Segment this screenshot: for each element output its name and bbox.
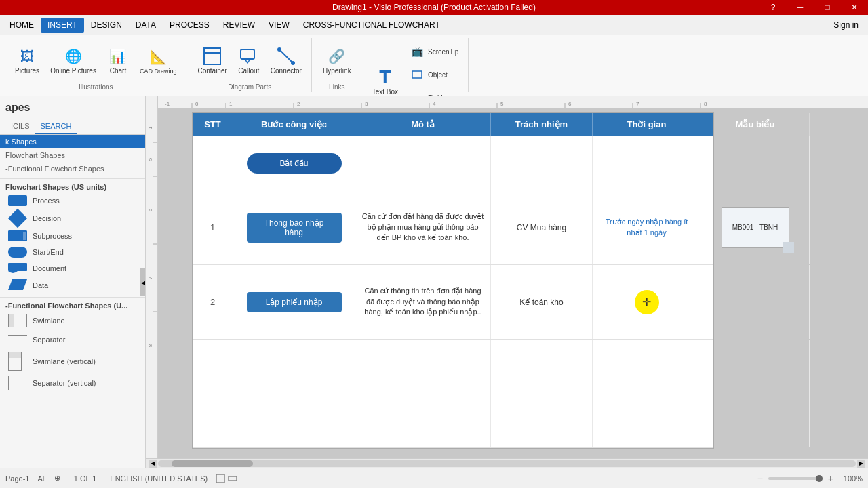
row2-stt: 2 [193, 265, 233, 339]
swimlane-icon [8, 314, 27, 327]
object-button[interactable]: Object [405, 64, 462, 85]
flowchart-row-0: Bắt đầu [193, 136, 713, 190]
page-view-icon[interactable] [216, 474, 225, 483]
shape-separator[interactable]: Separator [0, 330, 145, 349]
connector-icon [275, 45, 297, 67]
flowchart-us-header: Flowchart Shapes (US units) [0, 178, 145, 192]
hyperlink-button[interactable]: 🔗 Hyperlink [319, 43, 355, 77]
svg-rect-2 [241, 49, 254, 59]
screentip-button[interactable]: 📺 ScreenTip [405, 41, 462, 62]
scroll-left-button[interactable]: ◀ [149, 460, 157, 468]
callout-button[interactable]: Callout [234, 43, 264, 77]
maximize-button[interactable]: □ [814, 0, 841, 15]
shape-swimlane[interactable]: Swimlane [0, 311, 145, 330]
minimize-button[interactable]: ─ [787, 0, 814, 15]
help-button[interactable]: ? [760, 0, 787, 15]
callout-icon [238, 45, 260, 67]
svg-text:8: 8 [147, 344, 153, 347]
menu-data[interactable]: DATA [129, 18, 163, 33]
flowchart-table: STT Bước công việc Mô tả Trách nhiệm Thờ… [192, 112, 714, 449]
canvas[interactable]: STT Bước công việc Mô tả Trách nhiệm Thờ… [158, 108, 868, 458]
empty-time [593, 340, 701, 447]
sidebar-tab-icils[interactable]: ICILS [5, 119, 35, 134]
row2-resp: Kế toán kho [491, 265, 593, 339]
empty-sample [701, 340, 810, 447]
lapphineu-button[interactable]: Lập phiếu nhập [247, 292, 342, 312]
container-button[interactable]: Container [193, 43, 231, 77]
field-button[interactable]: ≡ Field [405, 87, 462, 96]
header-mau-bieu: Mẫu biểu [701, 113, 810, 136]
process-icon [8, 195, 27, 206]
shape-process[interactable]: Process [0, 192, 145, 209]
chart-button[interactable]: 📊 Chart [103, 43, 133, 77]
title-bar: Drawing1 - Visio Professional (Product A… [0, 0, 868, 15]
ruler-left: -1 5 6 7 8 [146, 108, 158, 458]
close-button[interactable]: ✕ [841, 0, 868, 15]
sign-in-button[interactable]: Sign in [827, 18, 865, 33]
chart-icon: 📊 [107, 45, 129, 67]
pictures-button[interactable]: 🖼 Pictures [11, 43, 43, 77]
cad-drawing-button[interactable]: 📐 CAD Drawing [136, 43, 181, 77]
illustrations-label: Illustrations [77, 82, 115, 92]
sidebar-tab-search[interactable]: SEARCH [35, 119, 77, 134]
svg-line-4 [279, 49, 293, 63]
sidebar-collapse-button[interactable]: ◀ [140, 268, 146, 296]
menu-home[interactable]: HOME [3, 18, 41, 33]
shape-decision[interactable]: Decision [0, 209, 145, 228]
menu-review[interactable]: REVIEW [216, 18, 262, 33]
svg-text:6: 6 [568, 101, 572, 107]
startend-icon [8, 247, 27, 258]
sidebar-title: apes [0, 96, 145, 119]
cursor-indicator: ✛ [635, 290, 659, 314]
menu-view[interactable]: VIEW [262, 18, 296, 33]
row1-stt: 1 [193, 190, 233, 264]
flowchart-header: STT Bước công việc Mô tả Trách nhiệm Thờ… [193, 113, 713, 136]
links-label: Links [328, 82, 346, 92]
sidebar-item-functional-flowchart[interactable]: -Functional Flowchart Shapes [0, 162, 145, 176]
shape-document[interactable]: Document [0, 260, 145, 277]
screentip-icon: 📺 [409, 43, 425, 60]
menu-cross-functional[interactable]: CROSS-FUNCTIONAL FLOWCHART [296, 18, 447, 33]
shape-separator-vertical[interactable]: Separator (vertical) [0, 373, 145, 392]
connector-button[interactable]: Connector [267, 43, 306, 77]
svg-rect-40 [216, 474, 224, 483]
sidebar-item-flowchart-shapes[interactable]: Flowchart Shapes [0, 148, 145, 162]
online-pictures-button[interactable]: 🌐 Online Pictures [46, 43, 100, 77]
zoom-out-button[interactable]: − [757, 473, 763, 484]
header-buoc: Bước công việc [233, 113, 355, 136]
svg-text:8: 8 [704, 101, 707, 107]
zoom-slider[interactable] [768, 477, 823, 480]
scroll-track[interactable] [158, 460, 856, 467]
header-mota: Mô tả [355, 113, 491, 136]
horizontal-scrollbar[interactable]: ◀ ▶ [146, 458, 868, 468]
shape-subprocess[interactable]: Subprocess [0, 228, 145, 244]
shape-startend[interactable]: Start/End [0, 244, 145, 260]
menu-process[interactable]: PROCESS [163, 18, 216, 33]
add-page-button[interactable]: ⊕ [54, 474, 60, 483]
shape-data[interactable]: Data [0, 277, 145, 294]
svg-text:5: 5 [147, 157, 153, 161]
row1-desc: Căn cứ đơn đặt hàng đã được duyệt bộ phậ… [355, 190, 491, 264]
svg-rect-41 [229, 476, 237, 481]
all-pages: All [37, 474, 45, 483]
text-box-button[interactable]: T Text Box ▾ [368, 64, 402, 96]
cross-cursor-icon: ✛ [642, 296, 651, 308]
page-count: 1 OF 1 [74, 474, 97, 483]
svg-text:7: 7 [147, 276, 153, 279]
container-icon [201, 45, 223, 67]
data-label: Data [33, 281, 48, 289]
ribbon-group-diagram-parts: Container Callout Connector Diagram Part… [188, 38, 312, 92]
thongbao-button[interactable]: Thông báo nhập hàng [247, 213, 342, 243]
shape-swimlane-vertical[interactable]: Swimlane (vertical) [0, 349, 145, 373]
separator-v-icon [8, 376, 27, 390]
ribbon-group-illustrations: 🖼 Pictures 🌐 Online Pictures 📊 Chart 📐 C… [5, 38, 186, 92]
zoom-in-button[interactable]: + [828, 473, 833, 484]
scroll-right-button[interactable]: ▶ [857, 460, 865, 468]
sidebar-item-k-shapes[interactable]: k Shapes [0, 135, 145, 148]
normal-view-icon[interactable] [228, 474, 237, 483]
batdau-button[interactable]: Bắt đầu [247, 153, 342, 174]
scroll-thumb[interactable] [172, 460, 253, 467]
svg-text:5: 5 [500, 101, 504, 107]
menu-insert[interactable]: INSERT [41, 18, 84, 33]
menu-design[interactable]: DESIGN [84, 18, 129, 33]
